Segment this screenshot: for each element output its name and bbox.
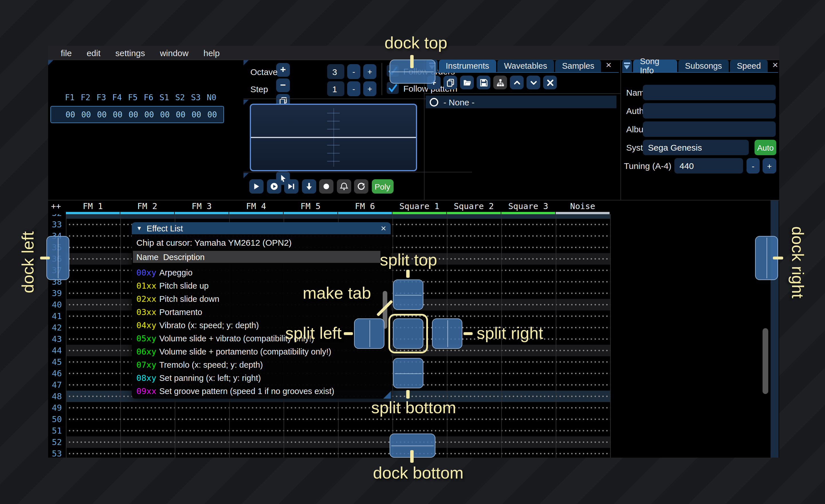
collapse-icon[interactable]: ▼ [136, 225, 142, 231]
effect-code: 01xx [136, 281, 158, 290]
effect-row-09xx[interactable]: 09xxSet groove pattern (speed 1 if no gr… [133, 384, 385, 398]
order-value[interactable]: 00 [157, 110, 173, 119]
dock-target-left[interactable] [47, 236, 69, 280]
tab-menu-button[interactable] [622, 60, 632, 72]
step-increase-button[interactable]: + [363, 81, 376, 96]
instrument-move-down-button[interactable] [527, 76, 540, 89]
channel-header-fm-5[interactable]: FM 5 [283, 201, 338, 211]
channel-header-square-2[interactable]: Square 2 [447, 201, 501, 211]
order-channel-header: F6 [141, 93, 156, 102]
stop-button[interactable] [319, 179, 333, 193]
tab-samples[interactable]: Samples [555, 60, 601, 72]
system-field[interactable]: Sega Genesis [643, 140, 749, 155]
step-one-row-button[interactable] [284, 179, 298, 193]
menu-settings[interactable]: settings [108, 48, 152, 58]
step-value[interactable]: 1 [327, 81, 344, 96]
split-target-left[interactable] [354, 319, 384, 349]
order-row-selected[interactable]: 00000000000000000000 [51, 106, 224, 123]
effect-row-00xy[interactable]: 00xyArpeggio [133, 266, 385, 279]
play-icon [252, 182, 261, 191]
check-icon [388, 83, 398, 93]
order-value[interactable]: 00 [63, 110, 78, 119]
close-icon[interactable]: × [381, 223, 386, 233]
instrument-folder-view-button[interactable] [493, 76, 507, 89]
order-value[interactable]: 00 [173, 110, 189, 119]
instrument-move-up-button[interactable] [510, 76, 524, 89]
effect-row-04xy[interactable]: 04xyVibrato (x: speed; y: depth) [133, 319, 385, 332]
menu-help[interactable]: help [196, 48, 227, 58]
order-value[interactable]: 00 [204, 110, 220, 119]
order-value[interactable]: 00 [126, 110, 141, 119]
effect-description: Set groove pattern (speed 1 if no groove… [159, 386, 334, 396]
close-icon[interactable]: × [772, 60, 778, 71]
instrument-delete-button[interactable] [543, 76, 557, 89]
split-target-bottom[interactable] [393, 358, 424, 388]
play-button[interactable] [249, 179, 264, 193]
menu-file[interactable]: file [53, 48, 79, 58]
tab-wavetables[interactable]: Wavetables [497, 60, 554, 72]
effect-row-08xy[interactable]: 08xySet panning (x: left; y: right) [133, 371, 385, 384]
channel-header-fm-4[interactable]: FM 4 [229, 201, 283, 211]
author-field[interactable] [643, 103, 776, 118]
channel-header-noise[interactable]: Noise [555, 201, 610, 211]
poly-toggle-button[interactable]: Poly [372, 179, 393, 193]
octave-increase-button[interactable]: + [363, 64, 376, 79]
split-left-connector [344, 332, 353, 335]
channel-header-fm-6[interactable]: FM 6 [338, 201, 392, 211]
follow-pattern-checkbox[interactable] [387, 82, 399, 94]
auto-system-button[interactable]: Auto [755, 140, 776, 155]
effect-list-column-header[interactable]: Name Description [133, 251, 380, 263]
channel-vu-bar [338, 212, 392, 214]
channel-header-fm-1[interactable]: FM 1 [66, 201, 120, 211]
row-number: 48 [48, 390, 66, 402]
name-field[interactable] [643, 85, 776, 100]
split-target-right[interactable] [432, 319, 462, 349]
tuning-field[interactable]: 440 [674, 158, 743, 174]
row-number: 39 [48, 287, 66, 299]
close-icon[interactable]: × [606, 60, 612, 71]
order-value[interactable]: 00 [141, 110, 157, 119]
channel-header-square-1[interactable]: Square 1 [392, 201, 447, 211]
channel-header-square-3[interactable]: Square 3 [501, 201, 555, 211]
menu-edit[interactable]: edit [79, 48, 108, 58]
tab-speed[interactable]: Speed [730, 60, 768, 72]
pattern-scrollbar-thumb[interactable] [762, 328, 768, 394]
play-pattern-button[interactable] [267, 179, 281, 193]
effect-row-06xy[interactable]: 06xyVolume slide + portamento (compatibi… [133, 345, 385, 358]
menu-window[interactable]: window [152, 48, 196, 58]
row-number: 50 [48, 413, 66, 425]
octave-value[interactable]: 3 [327, 64, 344, 79]
order-value[interactable]: 00 [110, 110, 126, 119]
order-value[interactable]: 00 [189, 110, 204, 119]
effect-list-titlebar[interactable]: ▼ Effect List × [132, 222, 391, 234]
album-field[interactable] [643, 121, 776, 137]
tab-song-info[interactable]: Song Info [633, 60, 677, 72]
pattern-corner-label[interactable]: ++ [49, 201, 67, 211]
octave-decrease-button[interactable]: - [347, 64, 360, 79]
tab-subsongs[interactable]: Subsongs [678, 60, 729, 72]
channel-header-fm-3[interactable]: FM 3 [174, 201, 229, 211]
instrument-duplicate-button[interactable] [443, 76, 457, 89]
step-decrease-button[interactable]: - [347, 81, 360, 96]
oscilloscope[interactable] [250, 104, 417, 171]
dock-top-connector [410, 55, 414, 68]
metronome-button[interactable] [336, 179, 351, 193]
repeat-pattern-button[interactable] [354, 179, 368, 193]
split-target-top[interactable] [393, 279, 424, 310]
tuning-decrease-button[interactable]: - [747, 158, 760, 174]
order-value[interactable]: 00 [78, 110, 94, 119]
step-one-row-icon [287, 182, 296, 191]
order-channel-header: F4 [109, 93, 125, 102]
instrument-list-item-none[interactable]: - None - [426, 96, 616, 108]
effect-row-07xy[interactable]: 07xyTremolo (x: speed; y: depth) [133, 358, 385, 371]
instrument-open-folder-button[interactable] [460, 76, 474, 89]
move-cursor-down-button[interactable] [302, 179, 316, 193]
tab-instruments[interactable]: Instruments [439, 60, 496, 72]
instrument-save-button[interactable] [477, 76, 491, 89]
instrument-type-icon [430, 98, 438, 106]
tuning-increase-button[interactable]: + [762, 158, 776, 174]
order-value[interactable]: 00 [94, 110, 110, 119]
resize-grip-icon[interactable] [383, 391, 391, 399]
channel-header-fm-2[interactable]: FM 2 [120, 201, 174, 211]
effect-row-03xx[interactable]: 03xxPortamento [133, 305, 385, 319]
